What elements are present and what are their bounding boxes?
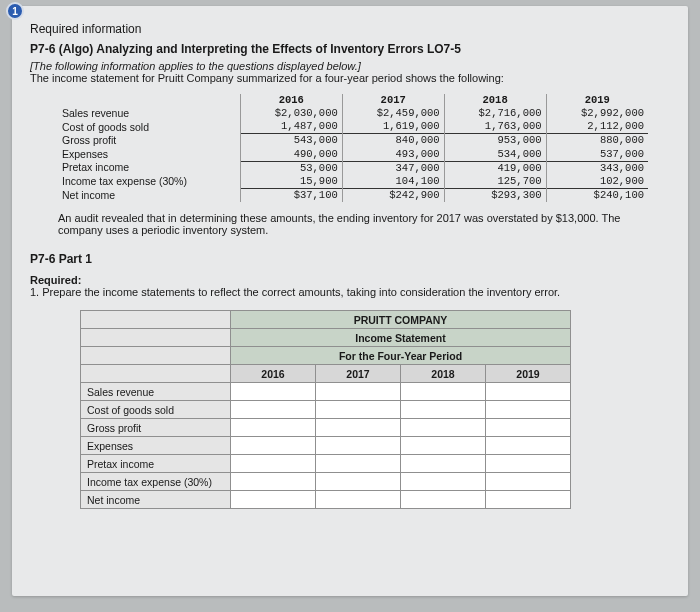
cell: 343,000: [546, 161, 648, 175]
cell: 840,000: [342, 134, 444, 148]
answer-row: Sales revenue: [81, 383, 571, 401]
cell: 880,000: [546, 134, 648, 148]
row-label: Income tax expense (30%): [58, 175, 240, 189]
answer-row: Pretax income: [81, 455, 571, 473]
answer-year: 2018: [401, 365, 486, 383]
cell: $2,030,000: [240, 107, 342, 120]
cell: 537,000: [546, 148, 648, 162]
answer-table-wrap: PRUITT COMPANY Income Statement For the …: [80, 310, 670, 509]
cell: 102,900: [546, 175, 648, 189]
required-heading: Required:: [30, 274, 670, 286]
part-label: P7-6 Part 1: [30, 252, 670, 266]
answer-table: PRUITT COMPANY Income Statement For the …: [80, 310, 571, 509]
cell: $293,300: [444, 188, 546, 202]
answer-input[interactable]: [401, 401, 486, 419]
answer-input[interactable]: [231, 437, 316, 455]
cell: 490,000: [240, 148, 342, 162]
answer-input[interactable]: [486, 437, 571, 455]
required-task: 1. Prepare the income statements to refl…: [30, 286, 670, 298]
cell: 1,487,000: [240, 120, 342, 134]
col-year: 2019: [546, 94, 648, 107]
cell: $2,992,000: [546, 107, 648, 120]
row-label: Net income: [58, 188, 240, 202]
answer-input[interactable]: [401, 437, 486, 455]
answer-input[interactable]: [231, 455, 316, 473]
answer-input[interactable]: [316, 437, 401, 455]
required-information-label: Required information: [30, 22, 670, 36]
answer-input[interactable]: [316, 401, 401, 419]
answer-company: PRUITT COMPANY: [231, 311, 571, 329]
cell: $240,100: [546, 188, 648, 202]
cell: 493,000: [342, 148, 444, 162]
cell: 1,619,000: [342, 120, 444, 134]
row-label: Sales revenue: [58, 107, 240, 120]
answer-row: Expenses: [81, 437, 571, 455]
answer-input[interactable]: [231, 473, 316, 491]
answer-input[interactable]: [231, 401, 316, 419]
answer-input[interactable]: [401, 383, 486, 401]
answer-stmt: Income Statement: [231, 329, 571, 347]
page-card: Required information P7-6 (Algo) Analyzi…: [12, 6, 688, 596]
problem-title: P7-6 (Algo) Analyzing and Interpreting t…: [30, 42, 670, 56]
intro-plain: The income statement for Pruitt Company …: [30, 72, 670, 84]
answer-input[interactable]: [486, 473, 571, 491]
answer-input[interactable]: [316, 419, 401, 437]
cell: 543,000: [240, 134, 342, 148]
cell: 125,700: [444, 175, 546, 189]
answer-input[interactable]: [316, 455, 401, 473]
cell: $37,100: [240, 188, 342, 202]
answer-year: 2017: [316, 365, 401, 383]
cell: 53,000: [240, 161, 342, 175]
answer-input[interactable]: [401, 491, 486, 509]
cell: 104,100: [342, 175, 444, 189]
answer-input[interactable]: [316, 383, 401, 401]
answer-input[interactable]: [486, 491, 571, 509]
cell: 534,000: [444, 148, 546, 162]
answer-input[interactable]: [486, 419, 571, 437]
cell: $2,716,000: [444, 107, 546, 120]
source-data-table: 2016 2017 2018 2019 Sales revenue $2,030…: [58, 94, 648, 202]
answer-year: 2019: [486, 365, 571, 383]
cell: 15,900: [240, 175, 342, 189]
answer-input[interactable]: [486, 383, 571, 401]
col-year: 2017: [342, 94, 444, 107]
row-label: Cost of goods sold: [58, 120, 240, 134]
answer-input[interactable]: [401, 473, 486, 491]
answer-input[interactable]: [486, 455, 571, 473]
answer-input[interactable]: [486, 401, 571, 419]
intro-italic: [The following information applies to th…: [30, 60, 670, 72]
col-year: 2018: [444, 94, 546, 107]
step-badge: 1: [6, 2, 24, 20]
audit-note: An audit revealed that in determining th…: [58, 212, 648, 236]
cell: 419,000: [444, 161, 546, 175]
answer-input[interactable]: [316, 473, 401, 491]
answer-row: Cost of goods sold: [81, 401, 571, 419]
answer-input[interactable]: [401, 419, 486, 437]
cell: 1,763,000: [444, 120, 546, 134]
answer-row: Gross profit: [81, 419, 571, 437]
cell: $242,900: [342, 188, 444, 202]
answer-input[interactable]: [231, 491, 316, 509]
cell: 2,112,000: [546, 120, 648, 134]
cell: $2,459,000: [342, 107, 444, 120]
answer-row: Net income: [81, 491, 571, 509]
cell: 953,000: [444, 134, 546, 148]
answer-input[interactable]: [316, 491, 401, 509]
row-label: Pretax income: [58, 161, 240, 175]
answer-period: For the Four-Year Period: [231, 347, 571, 365]
row-label: Gross profit: [58, 134, 240, 148]
answer-year: 2016: [231, 365, 316, 383]
answer-input[interactable]: [401, 455, 486, 473]
col-year: 2016: [240, 94, 342, 107]
cell: 347,000: [342, 161, 444, 175]
row-label: Expenses: [58, 148, 240, 162]
answer-row: Income tax expense (30%): [81, 473, 571, 491]
answer-input[interactable]: [231, 383, 316, 401]
answer-input[interactable]: [231, 419, 316, 437]
